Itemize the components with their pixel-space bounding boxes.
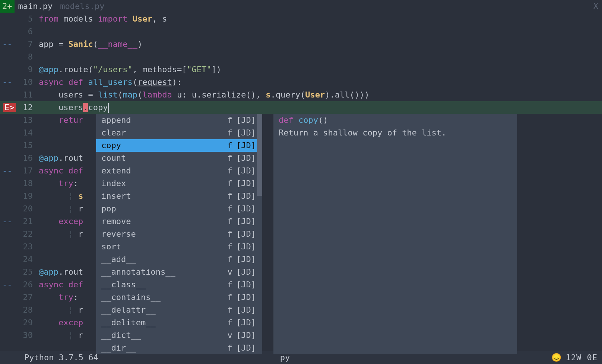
code-line[interactable]: --10async def all_users(request): [0, 76, 602, 89]
completion-source: [JD] [236, 253, 262, 266]
completion-source: [JD] [236, 304, 262, 316]
completion-kind: v [224, 329, 236, 342]
line-number: 7 [16, 38, 39, 51]
autocomplete-popup: appendf[JD]clearf[JD]copyf[JD]countf[JD]… [96, 114, 517, 354]
completion-kind: f [224, 202, 236, 215]
text-cursor [108, 103, 109, 113]
completion-item[interactable]: clearf[JD] [96, 127, 262, 139]
completion-scrollbar[interactable] [257, 114, 262, 196]
completion-item[interactable]: popf[JD] [96, 202, 262, 215]
completion-name: __class__ [101, 278, 224, 291]
code-text: users = list(map(lambda u: u.serialize()… [39, 89, 602, 101]
completion-source: [JD] [236, 240, 262, 253]
completion-item[interactable]: __contains__f[JD] [96, 291, 262, 304]
line-number: 6 [16, 25, 39, 38]
code-line[interactable]: --7app = Sanic(__name__) [0, 38, 602, 51]
completion-kind: f [224, 139, 236, 152]
error-sign: E> [3, 103, 16, 112]
code-line[interactable]: 8 [0, 51, 602, 63]
editor-pane[interactable]: 5from models import User, s6--7app = San… [0, 13, 602, 351]
line-number: 28 [16, 304, 39, 316]
completion-kind: f [224, 304, 236, 316]
completion-source: [JD] [236, 278, 262, 291]
completion-item[interactable]: insertf[JD] [96, 190, 262, 202]
completion-kind: f [224, 215, 236, 228]
completion-kind: f [224, 316, 236, 329]
completion-list[interactable]: appendf[JD]clearf[JD]copyf[JD]countf[JD]… [96, 114, 262, 354]
sign-column: -- [0, 38, 16, 51]
code-line[interactable]: 5from models import User, s [0, 13, 602, 25]
completion-item[interactable]: copyf[JD] [96, 139, 262, 152]
completion-name: sort [101, 240, 224, 253]
completion-item[interactable]: reversef[JD] [96, 228, 262, 240]
line-number: 5 [16, 13, 39, 25]
completion-name: copy [101, 139, 224, 152]
code-line[interactable]: 6 [0, 25, 602, 38]
completion-name: append [101, 114, 224, 127]
completion-doc-panel: def copy() Return a shallow copy of the … [273, 114, 517, 354]
completion-kind: f [224, 291, 236, 304]
completion-item[interactable]: __delitem__f[JD] [96, 316, 262, 329]
tab-models-py[interactable]: models.py [56, 0, 108, 13]
completion-name: __delattr__ [101, 304, 224, 316]
completion-kind: v [224, 266, 236, 278]
completion-source: [JD] [236, 342, 262, 354]
line-number: 25 [16, 266, 39, 278]
code-line[interactable]: 11 users = list(map(lambda u: u.serializ… [0, 89, 602, 101]
line-number: 8 [16, 51, 39, 63]
tab-bar: 2+ main.py models.py X [0, 0, 602, 13]
completion-name: __contains__ [101, 291, 224, 304]
completion-source: [JD] [236, 228, 262, 240]
completion-name: __dict__ [101, 329, 224, 342]
completion-item[interactable]: __dir__f[JD] [96, 342, 262, 354]
completion-name: remove [101, 215, 224, 228]
completion-name: __add__ [101, 253, 224, 266]
line-number: 13 [16, 114, 39, 127]
completion-kind: f [224, 253, 236, 266]
code-text: app = Sanic(__name__) [39, 38, 602, 51]
completion-signature: def copy() [279, 114, 512, 127]
line-number: 9 [16, 63, 39, 76]
completion-source: [JD] [236, 266, 262, 278]
completion-kind: f [224, 165, 236, 177]
code-text: from models import User, s [39, 13, 602, 25]
completion-source: [JD] [236, 202, 262, 215]
line-number: 24 [16, 253, 39, 266]
code-line[interactable]: 9@app.route("/users", methods=["GET"]) [0, 63, 602, 76]
close-icon[interactable]: X [593, 0, 598, 13]
line-number: 23 [16, 240, 39, 253]
line-number: 20 [16, 202, 39, 215]
completion-item[interactable]: appendf[JD] [96, 114, 262, 127]
completion-item[interactable]: __dict__v[JD] [96, 329, 262, 342]
code-text: users.copy [39, 101, 602, 114]
completion-item[interactable]: countf[JD] [96, 152, 262, 165]
tab-main-py[interactable]: main.py [15, 0, 57, 13]
sign-column: -- [0, 278, 16, 291]
status-diagnostics: 12W 0E [566, 351, 598, 364]
code-line[interactable]: E>12 users.copy [0, 101, 602, 114]
completion-name: __delitem__ [101, 316, 224, 329]
completion-docstring: Return a shallow copy of the list. [279, 127, 512, 139]
code-text: async def all_users(request): [39, 76, 602, 89]
line-number: 19 [16, 190, 39, 202]
line-number: 10 [16, 76, 39, 89]
completion-item[interactable]: __annotations__v[JD] [96, 266, 262, 278]
line-number: 16 [16, 152, 39, 165]
completion-item[interactable]: __add__f[JD] [96, 253, 262, 266]
line-number: 21 [16, 215, 39, 228]
completion-item[interactable]: extendf[JD] [96, 165, 262, 177]
line-number: 27 [16, 291, 39, 304]
completion-item[interactable]: sortf[JD] [96, 240, 262, 253]
line-number: 18 [16, 177, 39, 190]
completion-item[interactable]: __delattr__f[JD] [96, 304, 262, 316]
line-number: 11 [16, 89, 39, 101]
completion-name: insert [101, 190, 224, 202]
completion-item[interactable]: removef[JD] [96, 215, 262, 228]
tab-modified-indicator: 2+ [0, 0, 15, 13]
completion-name: __dir__ [101, 342, 224, 354]
completion-source: [JD] [236, 215, 262, 228]
completion-item[interactable]: indexf[JD] [96, 177, 262, 190]
line-number: 14 [16, 127, 39, 139]
completion-item[interactable]: __class__f[JD] [96, 278, 262, 291]
completion-name: extend [101, 165, 224, 177]
